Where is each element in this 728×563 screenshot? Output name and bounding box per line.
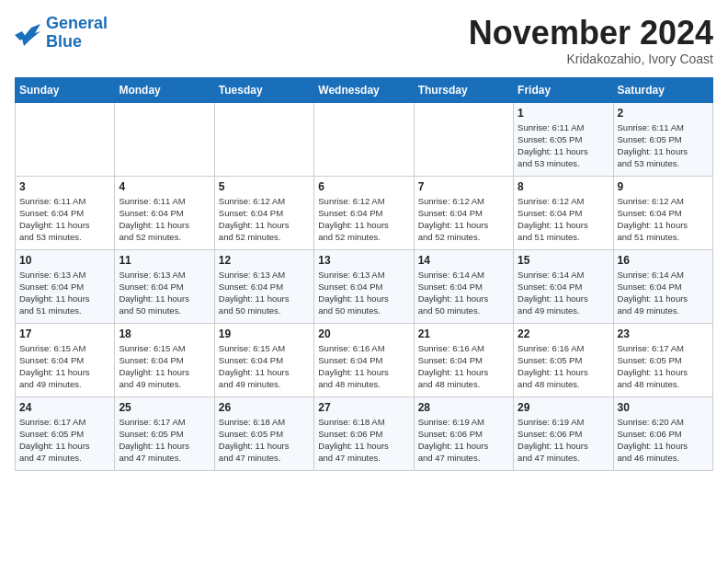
day-number: 7 [418, 180, 509, 193]
day-number: 13 [318, 254, 409, 267]
day-detail: Sunrise: 6:14 AM Sunset: 6:04 PM Dayligh… [518, 269, 609, 317]
day-detail: Sunrise: 6:19 AM Sunset: 6:06 PM Dayligh… [418, 416, 509, 465]
calendar-cell: 19Sunrise: 6:15 AM Sunset: 6:04 PM Dayli… [214, 323, 313, 396]
day-detail: Sunrise: 6:15 AM Sunset: 6:04 PM Dayligh… [219, 342, 310, 391]
calendar-cell: 17Sunrise: 6:15 AM Sunset: 6:04 PM Dayli… [16, 323, 115, 396]
calendar-header-row: SundayMondayTuesdayWednesdayThursdayFrid… [16, 77, 713, 102]
calendar-cell: 4Sunrise: 6:11 AM Sunset: 6:04 PM Daylig… [115, 176, 214, 249]
day-number: 29 [518, 401, 609, 414]
logo-line2: Blue [46, 32, 82, 51]
calendar-cell: 18Sunrise: 6:15 AM Sunset: 6:04 PM Dayli… [115, 323, 214, 396]
day-number: 4 [119, 180, 210, 193]
calendar-cell: 27Sunrise: 6:18 AM Sunset: 6:06 PM Dayli… [314, 396, 414, 470]
day-detail: Sunrise: 6:13 AM Sunset: 6:04 PM Dayligh… [119, 269, 210, 317]
calendar-cell: 15Sunrise: 6:14 AM Sunset: 6:04 PM Dayli… [514, 249, 613, 323]
header-sunday: Sunday [16, 77, 115, 102]
day-detail: Sunrise: 6:14 AM Sunset: 6:04 PM Dayligh… [418, 269, 509, 317]
day-number: 20 [318, 327, 409, 340]
day-number: 18 [119, 327, 210, 340]
calendar-cell: 11Sunrise: 6:13 AM Sunset: 6:04 PM Dayli… [115, 249, 214, 323]
day-detail: Sunrise: 6:16 AM Sunset: 6:05 PM Dayligh… [518, 342, 609, 391]
day-number: 26 [219, 401, 310, 414]
day-detail: Sunrise: 6:17 AM Sunset: 6:05 PM Dayligh… [618, 342, 709, 391]
calendar-cell: 21Sunrise: 6:16 AM Sunset: 6:04 PM Dayli… [414, 323, 513, 396]
calendar-cell: 25Sunrise: 6:17 AM Sunset: 6:05 PM Dayli… [115, 396, 214, 470]
header: General Blue November 2024 Kridakozahio,… [15, 15, 713, 66]
location: Kridakozahio, Ivory Coast [469, 52, 713, 66]
calendar-cell: 1Sunrise: 6:11 AM Sunset: 6:05 PM Daylig… [514, 102, 613, 176]
day-detail: Sunrise: 6:14 AM Sunset: 6:04 PM Dayligh… [618, 269, 709, 317]
day-number: 12 [219, 254, 310, 267]
calendar-week-1: 1Sunrise: 6:11 AM Sunset: 6:05 PM Daylig… [16, 102, 713, 176]
day-detail: Sunrise: 6:12 AM Sunset: 6:04 PM Dayligh… [618, 195, 709, 244]
svg-marker-0 [22, 24, 40, 46]
calendar-cell: 3Sunrise: 6:11 AM Sunset: 6:04 PM Daylig… [16, 176, 115, 249]
day-detail: Sunrise: 6:13 AM Sunset: 6:04 PM Dayligh… [19, 269, 110, 317]
calendar-cell: 30Sunrise: 6:20 AM Sunset: 6:06 PM Dayli… [613, 396, 712, 470]
logo-line1: General [46, 14, 108, 32]
day-detail: Sunrise: 6:11 AM Sunset: 6:04 PM Dayligh… [19, 195, 110, 244]
calendar-cell: 9Sunrise: 6:12 AM Sunset: 6:04 PM Daylig… [613, 176, 712, 249]
day-number: 21 [418, 327, 509, 340]
calendar-cell: 7Sunrise: 6:12 AM Sunset: 6:04 PM Daylig… [414, 176, 513, 249]
calendar-cell: 6Sunrise: 6:12 AM Sunset: 6:04 PM Daylig… [314, 176, 414, 249]
day-detail: Sunrise: 6:12 AM Sunset: 6:04 PM Dayligh… [518, 195, 609, 244]
day-detail: Sunrise: 6:11 AM Sunset: 6:05 PM Dayligh… [518, 121, 609, 170]
day-detail: Sunrise: 6:16 AM Sunset: 6:04 PM Dayligh… [318, 342, 409, 391]
calendar-cell: 2Sunrise: 6:11 AM Sunset: 6:05 PM Daylig… [613, 102, 712, 176]
logo: General Blue [15, 15, 108, 52]
month-title: November 2024 [469, 15, 713, 52]
day-number: 17 [19, 327, 110, 340]
header-tuesday: Tuesday [214, 77, 313, 102]
calendar-cell: 8Sunrise: 6:12 AM Sunset: 6:04 PM Daylig… [514, 176, 613, 249]
calendar-cell: 24Sunrise: 6:17 AM Sunset: 6:05 PM Dayli… [16, 396, 115, 470]
day-number: 24 [19, 401, 110, 414]
calendar-cell: 23Sunrise: 6:17 AM Sunset: 6:05 PM Dayli… [613, 323, 712, 396]
day-number: 11 [119, 254, 210, 267]
day-detail: Sunrise: 6:11 AM Sunset: 6:04 PM Dayligh… [119, 195, 210, 244]
calendar-week-5: 24Sunrise: 6:17 AM Sunset: 6:05 PM Dayli… [16, 396, 713, 470]
calendar-cell: 20Sunrise: 6:16 AM Sunset: 6:04 PM Dayli… [314, 323, 414, 396]
day-number: 27 [318, 401, 409, 414]
day-number: 14 [418, 254, 509, 267]
calendar-cell [214, 102, 313, 176]
day-number: 15 [518, 254, 609, 267]
day-detail: Sunrise: 6:20 AM Sunset: 6:06 PM Dayligh… [618, 416, 709, 465]
calendar-cell: 12Sunrise: 6:13 AM Sunset: 6:04 PM Dayli… [214, 249, 313, 323]
day-detail: Sunrise: 6:11 AM Sunset: 6:05 PM Dayligh… [618, 121, 709, 170]
day-detail: Sunrise: 6:12 AM Sunset: 6:04 PM Dayligh… [418, 195, 509, 244]
title-block: November 2024 Kridakozahio, Ivory Coast [469, 15, 713, 66]
day-detail: Sunrise: 6:15 AM Sunset: 6:04 PM Dayligh… [19, 342, 110, 391]
day-detail: Sunrise: 6:18 AM Sunset: 6:05 PM Dayligh… [219, 416, 310, 465]
day-detail: Sunrise: 6:16 AM Sunset: 6:04 PM Dayligh… [418, 342, 509, 391]
day-number: 5 [219, 180, 310, 193]
calendar-cell [16, 102, 115, 176]
header-friday: Friday [514, 77, 613, 102]
calendar-cell [314, 102, 414, 176]
day-number: 28 [418, 401, 509, 414]
day-number: 6 [318, 180, 409, 193]
calendar-cell: 13Sunrise: 6:13 AM Sunset: 6:04 PM Dayli… [314, 249, 414, 323]
day-number: 23 [618, 327, 709, 340]
header-thursday: Thursday [414, 77, 513, 102]
header-wednesday: Wednesday [314, 77, 414, 102]
day-number: 16 [618, 254, 709, 267]
calendar-cell: 10Sunrise: 6:13 AM Sunset: 6:04 PM Dayli… [16, 249, 115, 323]
day-number: 10 [19, 254, 110, 267]
day-detail: Sunrise: 6:19 AM Sunset: 6:06 PM Dayligh… [518, 416, 609, 465]
calendar-cell [414, 102, 513, 176]
day-number: 1 [518, 107, 609, 120]
calendar-cell: 14Sunrise: 6:14 AM Sunset: 6:04 PM Dayli… [414, 249, 513, 323]
day-number: 3 [19, 180, 110, 193]
day-number: 25 [119, 401, 210, 414]
day-number: 22 [518, 327, 609, 340]
day-number: 30 [618, 401, 709, 414]
header-saturday: Saturday [613, 77, 712, 102]
day-detail: Sunrise: 6:17 AM Sunset: 6:05 PM Dayligh… [119, 416, 210, 465]
day-number: 19 [219, 327, 310, 340]
header-monday: Monday [115, 77, 214, 102]
day-detail: Sunrise: 6:18 AM Sunset: 6:06 PM Dayligh… [318, 416, 409, 465]
calendar-cell: 22Sunrise: 6:16 AM Sunset: 6:05 PM Dayli… [514, 323, 613, 396]
calendar-cell: 26Sunrise: 6:18 AM Sunset: 6:05 PM Dayli… [214, 396, 313, 470]
logo-icon [15, 20, 42, 46]
